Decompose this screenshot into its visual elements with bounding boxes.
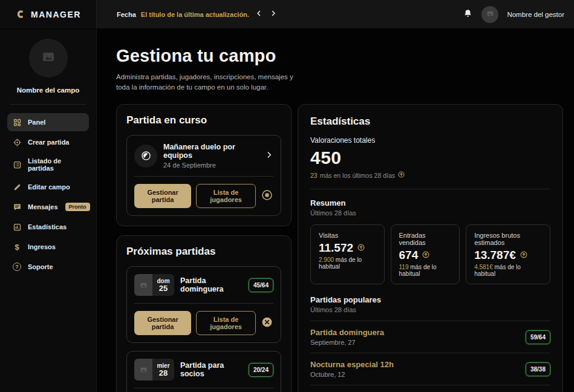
sidebar-item-listado-de-partidas[interactable]: Listado de partidas xyxy=(7,153,89,176)
match-date: 24 de Septiembre xyxy=(163,162,259,169)
sidebar-divider xyxy=(10,104,86,105)
popular-match-name: Partida dominguera xyxy=(310,328,384,337)
sidebar-item-editar-campo[interactable]: Editar campo xyxy=(7,178,89,196)
stat-delta: 4.581€ más de lo habitual xyxy=(474,264,542,277)
manage-match-button[interactable]: Gestionar partida xyxy=(134,311,191,335)
manager-avatar[interactable] xyxy=(481,6,498,23)
image-placeholder-icon xyxy=(486,9,494,20)
brand: MANAGER xyxy=(0,0,97,28)
list-icon xyxy=(12,160,22,169)
main-content: Gestiona tu campo Administra partidas, j… xyxy=(97,29,574,392)
popular-match-row[interactable]: Nocturna especial 12h Octubre, 12 38/38 xyxy=(310,353,550,385)
brand-name: MANAGER xyxy=(31,10,81,19)
upcoming-matches-title: Próximas partidas xyxy=(126,246,281,258)
topbar-center: Fecha El título de la última actualizaci… xyxy=(97,0,574,28)
sidebar-item-ingresos[interactable]: $ Ingresos xyxy=(7,238,89,256)
bar-chart-icon xyxy=(12,222,22,232)
view-statistics-link[interactable]: Ver estadísticas xyxy=(310,385,550,392)
stat-label: Entradas vendidas xyxy=(399,232,452,246)
match-name: Mañanera duelo por equipos xyxy=(163,143,259,160)
trend-up-icon xyxy=(422,249,430,262)
sidebar-item-crear-partida[interactable]: Crear partida xyxy=(7,133,89,151)
current-match-item: Mañanera duelo por equipos 24 de Septiem… xyxy=(126,135,281,216)
cancel-match-button[interactable] xyxy=(261,316,273,330)
capacity-badge: 38/38 xyxy=(526,362,550,376)
field-name: Nombre del campo xyxy=(0,87,96,94)
popular-match-row[interactable]: Partida dominguera Septiembre, 27 59/64 xyxy=(310,321,550,353)
upcoming-match-item: dom 25 Partida dominguera 45/64 Gestiona… xyxy=(126,266,281,343)
stat-label: Ingresos brutos estimados xyxy=(474,232,542,246)
capacity-badge: 45/64 xyxy=(249,278,273,292)
current-match-title: Partida en curso xyxy=(126,114,281,126)
popular-match-info: Partida dominguera Septiembre, 27 xyxy=(310,328,384,346)
stat-box-visitas: Visitas 11.572 2.900 más de lo habitual xyxy=(310,224,385,284)
ratings-delta-number: 23 xyxy=(310,172,318,179)
current-match-card: Partida en curso Mañanera duelo por equi… xyxy=(116,104,292,226)
stat-delta: 119 más de lo habitual xyxy=(399,264,452,277)
sidebar-item-mensajes[interactable]: Mensajes Pronto xyxy=(7,198,89,216)
image-placeholder-icon xyxy=(134,274,152,296)
upcoming-matches-card: Próximas partidas dom 25 xyxy=(116,235,292,392)
open-match-button[interactable] xyxy=(265,151,273,161)
stat-value: 674 xyxy=(399,249,419,262)
next-arrow-button[interactable] xyxy=(269,8,278,20)
ratings-delta-text: más en los últimos 28 días xyxy=(320,172,395,179)
trend-up-icon xyxy=(397,171,405,180)
capacity-badge: 59/64 xyxy=(526,330,550,344)
target-icon xyxy=(12,137,22,147)
stat-delta: 2.900 más de lo habitual xyxy=(319,256,376,270)
sidebar-item-panel[interactable]: Panel xyxy=(7,113,89,131)
statistics-title: Estadísticas xyxy=(310,116,550,128)
summary-title: Resumen xyxy=(310,198,550,207)
popular-match-name: Nocturna especial 12h xyxy=(310,360,394,369)
stop-circle-icon xyxy=(261,189,273,203)
stat-box-ingresos: Ingresos brutos estimados 13.787€ 4.581€… xyxy=(466,224,550,284)
match-name: Partida dominguera xyxy=(180,276,243,293)
bell-icon xyxy=(463,8,473,21)
match-day-number: 28 xyxy=(159,369,168,377)
match-date-box: dom 25 xyxy=(134,274,174,296)
sidebar-item-estadisticas[interactable]: Estadísticas xyxy=(7,218,89,236)
popular-match-date: Septiembre, 27 xyxy=(310,339,384,346)
match-date-box: mier 28 xyxy=(134,359,174,381)
help-icon: ? xyxy=(12,262,22,272)
app-window: MANAGER Fecha El título de la última act… xyxy=(0,0,574,392)
trend-up-icon xyxy=(357,241,365,255)
popular-match-info: Nocturna especial 12h Octubre, 12 xyxy=(310,360,394,378)
notifications-button[interactable] xyxy=(463,8,473,21)
sidebar-item-label: Ingresos xyxy=(28,243,56,250)
trend-up-icon xyxy=(520,249,528,262)
pronto-badge: Pronto xyxy=(65,203,90,211)
sidebar: Nombre del campo Panel Crear partida Lis… xyxy=(0,29,97,392)
topbar-right: Nombre del gestor xyxy=(463,6,564,23)
match-day-number: 25 xyxy=(159,284,168,293)
sidebar-item-label: Mensajes xyxy=(28,203,58,211)
manager-logo-icon xyxy=(16,10,26,19)
chevron-left-icon xyxy=(255,10,263,19)
pencil-icon xyxy=(12,182,22,192)
divider xyxy=(134,388,273,388)
image-placeholder-icon xyxy=(134,359,152,381)
capacity-badge: 20/24 xyxy=(249,363,273,377)
manage-match-button[interactable]: Gestionar partida xyxy=(134,184,191,208)
ratings-delta: 23 más en los últimos 28 días xyxy=(310,171,550,180)
popular-title: Partidas populares xyxy=(310,295,550,304)
topbar: MANAGER Fecha El título de la última act… xyxy=(0,0,574,29)
popular-match-date: Octubre, 12 xyxy=(310,371,394,378)
sidebar-menu: Panel Crear partida Listado de partidas … xyxy=(0,111,96,278)
sidebar-item-soporte[interactable]: ? Soporte xyxy=(7,258,89,276)
last-update-title: El título de la última actualización. xyxy=(141,11,249,18)
field-avatar[interactable] xyxy=(29,39,68,77)
sidebar-item-label: Panel xyxy=(28,119,45,126)
player-list-button[interactable]: Lista de jugadores xyxy=(196,311,256,335)
summary-period: Últimos 28 días xyxy=(310,209,550,217)
stop-match-button[interactable] xyxy=(261,189,273,203)
page-subtitle: Administra partidas, jugadores, inscripc… xyxy=(116,72,298,92)
match-name: Partida para socios xyxy=(180,361,243,378)
message-icon xyxy=(12,202,22,212)
dollar-icon: $ xyxy=(12,242,22,252)
ratings-value: 450 xyxy=(310,148,550,168)
player-list-button[interactable]: Lista de jugadores xyxy=(196,184,256,208)
divider xyxy=(134,176,273,177)
prev-arrow-button[interactable] xyxy=(254,8,264,20)
